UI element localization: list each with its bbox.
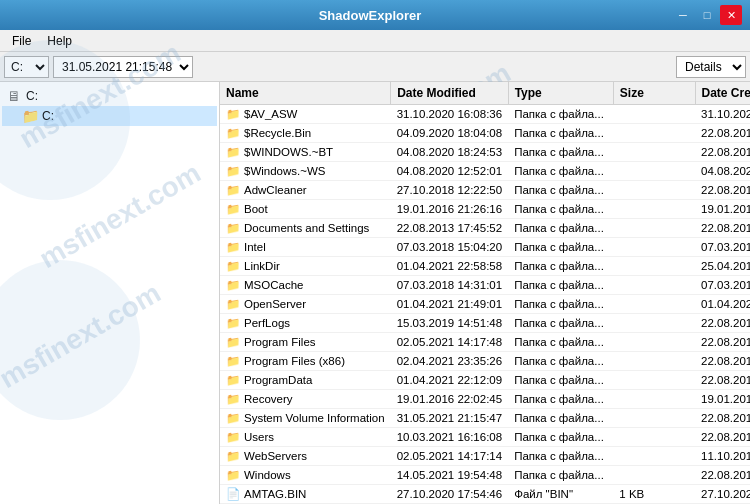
menu-bar: File Help (0, 30, 750, 52)
folder-icon: 📁 (226, 278, 240, 292)
table-row[interactable]: 📁 Windows 14.05.2021 19:54:48 Папка с фа… (220, 466, 750, 485)
cell-date-modified: 02.05.2021 14:17:48 (391, 333, 509, 352)
col-type[interactable]: Type (508, 82, 613, 105)
cell-size (613, 314, 695, 333)
cell-size (613, 352, 695, 371)
tree-item-c[interactable]: 📁 C: (2, 106, 217, 126)
cell-size (613, 466, 695, 485)
cell-name: 📁 $WINDOWS.~BT (220, 143, 391, 162)
table-row[interactable]: 📁 PerfLogs 15.03.2019 14:51:48 Папка с ф… (220, 314, 750, 333)
cell-date-modified: 27.10.2018 12:22:50 (391, 181, 509, 200)
cell-date-modified: 22.08.2013 17:45:52 (391, 219, 509, 238)
table-row[interactable]: 📁 Program Files (x86) 02.04.2021 23:35:2… (220, 352, 750, 371)
menu-file[interactable]: File (4, 32, 39, 50)
cell-date-created: 22.08.2013 18: (695, 181, 750, 200)
close-button[interactable]: ✕ (720, 5, 742, 25)
cell-size (613, 200, 695, 219)
cell-date-modified: 04.08.2020 12:52:01 (391, 162, 509, 181)
table-row[interactable]: 📁 OpenServer 01.04.2021 21:49:01 Папка с… (220, 295, 750, 314)
table-row[interactable]: 📁 $Windows.~WS 04.08.2020 12:52:01 Папка… (220, 162, 750, 181)
cell-size (613, 162, 695, 181)
cell-type: Папка с файла... (508, 352, 613, 371)
file-name: Boot (244, 203, 268, 215)
folder-icon: 📁 (226, 164, 240, 178)
drive-icon: 🖥 (6, 88, 22, 104)
cell-type: Папка с файла... (508, 124, 613, 143)
cell-date-modified: 27.10.2020 17:54:46 (391, 485, 509, 504)
table-row[interactable]: 📁 ProgramData 01.04.2021 22:12:09 Папка … (220, 371, 750, 390)
maximize-button[interactable]: □ (696, 5, 718, 25)
cell-type: Папка с файла... (508, 371, 613, 390)
table-row[interactable]: 📁 $AV_ASW 31.10.2020 16:08:36 Папка с фа… (220, 105, 750, 124)
file-name: $AV_ASW (244, 108, 297, 120)
table-row[interactable]: 📁 Recovery 19.01.2016 22:02:45 Папка с ф… (220, 390, 750, 409)
table-row[interactable]: 📁 Boot 19.01.2016 21:26:16 Папка с файла… (220, 200, 750, 219)
folder-icon: 📁 (226, 449, 240, 463)
col-date-modified[interactable]: Date Modified (391, 82, 509, 105)
tree-item-drive[interactable]: 🖥 C: (2, 86, 217, 106)
file-name: Users (244, 431, 274, 443)
cell-size: 1 KB (613, 485, 695, 504)
title-bar-title: ShadowExplorer (68, 8, 672, 23)
date-selector[interactable]: 31.05.2021 21:15:48 (53, 56, 193, 78)
tree-label-c: C: (42, 109, 54, 123)
cell-name: 📁 PerfLogs (220, 314, 391, 333)
table-row[interactable]: 📁 AdwCleaner 27.10.2018 12:22:50 Папка с… (220, 181, 750, 200)
main-content: 🖥 C: 📁 C: Name Date Modified Type Size D… (0, 82, 750, 504)
cell-date-created: 22.08.2013 16: (695, 333, 750, 352)
cell-size (613, 371, 695, 390)
table-row[interactable]: 📄 AMTAG.BIN 27.10.2020 17:54:46 Файл "BI… (220, 485, 750, 504)
table-row[interactable]: 📁 Documents and Settings 22.08.2013 17:4… (220, 219, 750, 238)
cell-date-modified: 19.01.2016 21:26:16 (391, 200, 509, 219)
col-size[interactable]: Size (613, 82, 695, 105)
folder-icon: 📁 (226, 126, 240, 140)
file-name: Program Files (x86) (244, 355, 345, 367)
cell-date-modified: 01.04.2021 22:12:09 (391, 371, 509, 390)
cell-size (613, 447, 695, 466)
cell-type: Папка с файла... (508, 257, 613, 276)
menu-help[interactable]: Help (39, 32, 80, 50)
folder-icon: 📁 (226, 297, 240, 311)
table-row[interactable]: 📁 Users 10.03.2021 16:16:08 Папка с файл… (220, 428, 750, 447)
file-name: AMTAG.BIN (244, 488, 306, 500)
view-selector[interactable]: Details (676, 56, 746, 78)
cell-name: 📁 Users (220, 428, 391, 447)
folder-icon: 📁 (226, 145, 240, 159)
file-name: Intel (244, 241, 266, 253)
table-row[interactable]: 📁 Intel 07.03.2018 15:04:20 Папка с файл… (220, 238, 750, 257)
cell-name: 📁 Program Files (x86) (220, 352, 391, 371)
table-row[interactable]: 📁 MSOCache 07.03.2018 14:31:01 Папка с ф… (220, 276, 750, 295)
table-row[interactable]: 📁 $WINDOWS.~BT 04.08.2020 18:24:53 Папка… (220, 143, 750, 162)
table-row[interactable]: 📁 LinkDir 01.04.2021 22:58:58 Папка с фа… (220, 257, 750, 276)
cell-type: Папка с файла... (508, 428, 613, 447)
cell-size (613, 257, 695, 276)
drive-selector[interactable]: C: (4, 56, 49, 78)
cell-size (613, 390, 695, 409)
table-row[interactable]: 📁 $Recycle.Bin 04.09.2020 18:04:08 Папка… (220, 124, 750, 143)
col-name[interactable]: Name (220, 82, 391, 105)
folder-icon: 📁 (226, 373, 240, 387)
cell-name: 📁 AdwCleaner (220, 181, 391, 200)
file-name: PerfLogs (244, 317, 290, 329)
file-name: $Windows.~WS (244, 165, 325, 177)
cell-date-modified: 02.04.2021 23:35:26 (391, 352, 509, 371)
minimize-button[interactable]: ─ (672, 5, 694, 25)
table-row[interactable]: 📁 System Volume Information 31.05.2021 2… (220, 409, 750, 428)
cell-name: 📁 $Recycle.Bin (220, 124, 391, 143)
col-date-created[interactable]: Date Created (695, 82, 750, 105)
table-row[interactable]: 📁 Program Files 02.05.2021 14:17:48 Папк… (220, 333, 750, 352)
cell-type: Папка с файла... (508, 447, 613, 466)
cell-date-modified: 07.03.2018 14:31:01 (391, 276, 509, 295)
table-row[interactable]: 📁 WebServers 02.05.2021 14:17:14 Папка с… (220, 447, 750, 466)
cell-type: Папка с файла... (508, 390, 613, 409)
cell-name: 📁 LinkDir (220, 257, 391, 276)
cell-size (613, 143, 695, 162)
cell-type: Папка с файла... (508, 162, 613, 181)
tree-label-drive: C: (26, 89, 38, 103)
cell-size (613, 219, 695, 238)
cell-date-created: 22.08.2013 16: (695, 371, 750, 390)
cell-date-created: 22.08.2013 16: (695, 409, 750, 428)
title-bar-controls: ─ □ ✕ (672, 5, 742, 25)
cell-type: Папка с файла... (508, 219, 613, 238)
cell-type: Папка с файла... (508, 466, 613, 485)
